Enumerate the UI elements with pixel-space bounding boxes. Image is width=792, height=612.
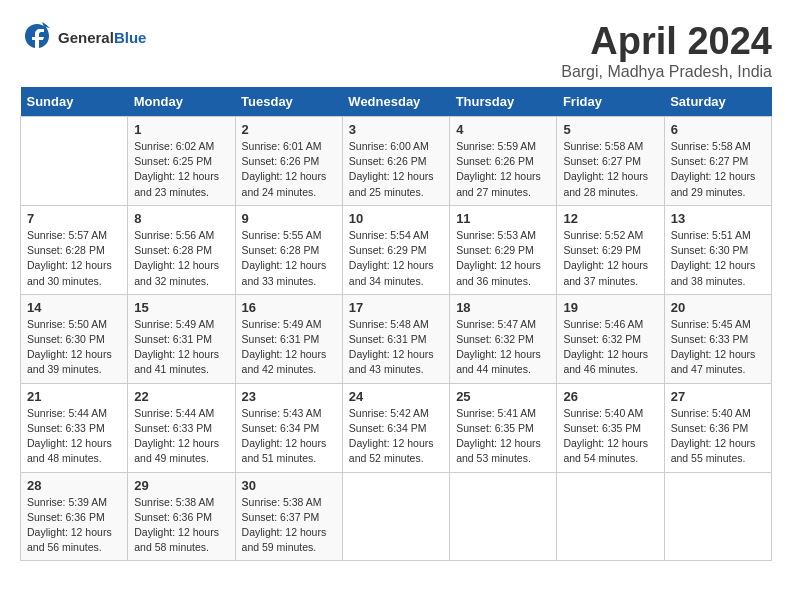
day-detail: Sunrise: 5:40 AM Sunset: 6:36 PM Dayligh… [671, 406, 765, 467]
calendar-cell: 9Sunrise: 5:55 AM Sunset: 6:28 PM Daylig… [235, 205, 342, 294]
calendar-cell [450, 472, 557, 561]
day-number: 27 [671, 389, 765, 404]
logo-blue: Blue [114, 29, 147, 46]
day-detail: Sunrise: 5:44 AM Sunset: 6:33 PM Dayligh… [27, 406, 121, 467]
day-number: 25 [456, 389, 550, 404]
day-detail: Sunrise: 5:47 AM Sunset: 6:32 PM Dayligh… [456, 317, 550, 378]
day-number: 6 [671, 122, 765, 137]
day-detail: Sunrise: 5:51 AM Sunset: 6:30 PM Dayligh… [671, 228, 765, 289]
logo: General Blue [20, 20, 146, 54]
logo-icon [20, 20, 54, 54]
day-number: 16 [242, 300, 336, 315]
calendar-cell: 27Sunrise: 5:40 AM Sunset: 6:36 PM Dayli… [664, 383, 771, 472]
month-title: April 2024 [561, 20, 772, 63]
day-detail: Sunrise: 5:38 AM Sunset: 6:37 PM Dayligh… [242, 495, 336, 556]
calendar-cell: 26Sunrise: 5:40 AM Sunset: 6:35 PM Dayli… [557, 383, 664, 472]
day-detail: Sunrise: 5:56 AM Sunset: 6:28 PM Dayligh… [134, 228, 228, 289]
day-detail: Sunrise: 5:54 AM Sunset: 6:29 PM Dayligh… [349, 228, 443, 289]
day-detail: Sunrise: 5:39 AM Sunset: 6:36 PM Dayligh… [27, 495, 121, 556]
calendar-cell: 24Sunrise: 5:42 AM Sunset: 6:34 PM Dayli… [342, 383, 449, 472]
day-number: 30 [242, 478, 336, 493]
day-detail: Sunrise: 5:45 AM Sunset: 6:33 PM Dayligh… [671, 317, 765, 378]
calendar-cell: 6Sunrise: 5:58 AM Sunset: 6:27 PM Daylig… [664, 117, 771, 206]
day-detail: Sunrise: 5:40 AM Sunset: 6:35 PM Dayligh… [563, 406, 657, 467]
calendar-cell: 3Sunrise: 6:00 AM Sunset: 6:26 PM Daylig… [342, 117, 449, 206]
calendar-cell: 16Sunrise: 5:49 AM Sunset: 6:31 PM Dayli… [235, 294, 342, 383]
calendar-cell: 1Sunrise: 6:02 AM Sunset: 6:25 PM Daylig… [128, 117, 235, 206]
day-number: 19 [563, 300, 657, 315]
day-number: 15 [134, 300, 228, 315]
day-detail: Sunrise: 5:48 AM Sunset: 6:31 PM Dayligh… [349, 317, 443, 378]
day-number: 12 [563, 211, 657, 226]
calendar-cell: 18Sunrise: 5:47 AM Sunset: 6:32 PM Dayli… [450, 294, 557, 383]
day-number: 18 [456, 300, 550, 315]
day-detail: Sunrise: 5:58 AM Sunset: 6:27 PM Dayligh… [563, 139, 657, 200]
day-number: 1 [134, 122, 228, 137]
header-saturday: Saturday [664, 87, 771, 117]
day-detail: Sunrise: 5:41 AM Sunset: 6:35 PM Dayligh… [456, 406, 550, 467]
calendar-cell: 19Sunrise: 5:46 AM Sunset: 6:32 PM Dayli… [557, 294, 664, 383]
day-detail: Sunrise: 5:49 AM Sunset: 6:31 PM Dayligh… [242, 317, 336, 378]
day-number: 24 [349, 389, 443, 404]
calendar-cell: 13Sunrise: 5:51 AM Sunset: 6:30 PM Dayli… [664, 205, 771, 294]
calendar-cell [21, 117, 128, 206]
day-number: 14 [27, 300, 121, 315]
calendar-cell: 7Sunrise: 5:57 AM Sunset: 6:28 PM Daylig… [21, 205, 128, 294]
day-detail: Sunrise: 5:49 AM Sunset: 6:31 PM Dayligh… [134, 317, 228, 378]
calendar-cell: 4Sunrise: 5:59 AM Sunset: 6:26 PM Daylig… [450, 117, 557, 206]
day-detail: Sunrise: 5:43 AM Sunset: 6:34 PM Dayligh… [242, 406, 336, 467]
calendar-cell: 11Sunrise: 5:53 AM Sunset: 6:29 PM Dayli… [450, 205, 557, 294]
header-wednesday: Wednesday [342, 87, 449, 117]
day-detail: Sunrise: 5:55 AM Sunset: 6:28 PM Dayligh… [242, 228, 336, 289]
calendar-week-1: 1Sunrise: 6:02 AM Sunset: 6:25 PM Daylig… [21, 117, 772, 206]
calendar-cell: 21Sunrise: 5:44 AM Sunset: 6:33 PM Dayli… [21, 383, 128, 472]
calendar-table: SundayMondayTuesdayWednesdayThursdayFrid… [20, 87, 772, 561]
calendar-week-3: 14Sunrise: 5:50 AM Sunset: 6:30 PM Dayli… [21, 294, 772, 383]
day-number: 17 [349, 300, 443, 315]
header-thursday: Thursday [450, 87, 557, 117]
calendar-cell: 23Sunrise: 5:43 AM Sunset: 6:34 PM Dayli… [235, 383, 342, 472]
calendar-cell: 29Sunrise: 5:38 AM Sunset: 6:36 PM Dayli… [128, 472, 235, 561]
calendar-cell [342, 472, 449, 561]
day-detail: Sunrise: 6:02 AM Sunset: 6:25 PM Dayligh… [134, 139, 228, 200]
calendar-cell: 30Sunrise: 5:38 AM Sunset: 6:37 PM Dayli… [235, 472, 342, 561]
day-detail: Sunrise: 5:59 AM Sunset: 6:26 PM Dayligh… [456, 139, 550, 200]
title-block: April 2024 Bargi, Madhya Pradesh, India [561, 20, 772, 81]
day-number: 7 [27, 211, 121, 226]
calendar-cell: 14Sunrise: 5:50 AM Sunset: 6:30 PM Dayli… [21, 294, 128, 383]
day-number: 26 [563, 389, 657, 404]
day-number: 21 [27, 389, 121, 404]
header-monday: Monday [128, 87, 235, 117]
day-number: 28 [27, 478, 121, 493]
day-number: 10 [349, 211, 443, 226]
day-number: 4 [456, 122, 550, 137]
day-number: 11 [456, 211, 550, 226]
page-header: General Blue April 2024 Bargi, Madhya Pr… [20, 20, 772, 81]
location-title: Bargi, Madhya Pradesh, India [561, 63, 772, 81]
calendar-week-2: 7Sunrise: 5:57 AM Sunset: 6:28 PM Daylig… [21, 205, 772, 294]
day-detail: Sunrise: 5:46 AM Sunset: 6:32 PM Dayligh… [563, 317, 657, 378]
day-detail: Sunrise: 6:01 AM Sunset: 6:26 PM Dayligh… [242, 139, 336, 200]
day-number: 9 [242, 211, 336, 226]
day-detail: Sunrise: 5:50 AM Sunset: 6:30 PM Dayligh… [27, 317, 121, 378]
calendar-cell: 20Sunrise: 5:45 AM Sunset: 6:33 PM Dayli… [664, 294, 771, 383]
day-number: 13 [671, 211, 765, 226]
calendar-cell [557, 472, 664, 561]
day-detail: Sunrise: 6:00 AM Sunset: 6:26 PM Dayligh… [349, 139, 443, 200]
calendar-cell: 12Sunrise: 5:52 AM Sunset: 6:29 PM Dayli… [557, 205, 664, 294]
day-number: 5 [563, 122, 657, 137]
calendar-cell: 8Sunrise: 5:56 AM Sunset: 6:28 PM Daylig… [128, 205, 235, 294]
calendar-week-5: 28Sunrise: 5:39 AM Sunset: 6:36 PM Dayli… [21, 472, 772, 561]
calendar-cell: 10Sunrise: 5:54 AM Sunset: 6:29 PM Dayli… [342, 205, 449, 294]
calendar-cell: 25Sunrise: 5:41 AM Sunset: 6:35 PM Dayli… [450, 383, 557, 472]
logo-general: General [58, 29, 114, 46]
day-number: 8 [134, 211, 228, 226]
calendar-week-4: 21Sunrise: 5:44 AM Sunset: 6:33 PM Dayli… [21, 383, 772, 472]
calendar-cell: 5Sunrise: 5:58 AM Sunset: 6:27 PM Daylig… [557, 117, 664, 206]
day-number: 22 [134, 389, 228, 404]
day-detail: Sunrise: 5:42 AM Sunset: 6:34 PM Dayligh… [349, 406, 443, 467]
calendar-cell: 2Sunrise: 6:01 AM Sunset: 6:26 PM Daylig… [235, 117, 342, 206]
calendar-header-row: SundayMondayTuesdayWednesdayThursdayFrid… [21, 87, 772, 117]
header-sunday: Sunday [21, 87, 128, 117]
day-detail: Sunrise: 5:58 AM Sunset: 6:27 PM Dayligh… [671, 139, 765, 200]
